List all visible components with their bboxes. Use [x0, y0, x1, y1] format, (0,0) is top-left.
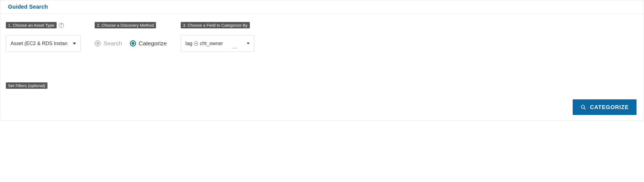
- svg-line-1: [584, 108, 585, 109]
- panel-body: 1. Choose an Asset Type ? Asset (EC2 & R…: [0, 14, 644, 120]
- step1-label: 1. Choose an Asset Type: [6, 22, 57, 28]
- panel-header: Guided Search: [0, 0, 644, 14]
- step3-label-row: 3. Choose a Field to Categorize By: [181, 22, 254, 28]
- radio-search-label: Search: [104, 40, 122, 47]
- step-categorize-field: 3. Choose a Field to Categorize By tag +…: [181, 22, 254, 52]
- field-value-wrapper: tag + cht_owner: [185, 41, 223, 46]
- radio-categorize-label: Categorize: [139, 40, 167, 47]
- step2-label: 2. Choose a Discovery Method: [95, 22, 156, 28]
- categorize-field-select[interactable]: tag + cht_owner …: [181, 35, 254, 52]
- radio-icon-selected: [130, 40, 136, 46]
- ellipsis-icon: …: [232, 44, 238, 51]
- categorize-button-label: CATEGORIZE: [590, 104, 629, 110]
- discovery-radio-group: Search Categorize: [95, 35, 167, 52]
- field-prefix: tag: [185, 41, 192, 46]
- filters-label: Set Filters (optional): [6, 82, 47, 89]
- step1-label-row: 1. Choose an Asset Type ?: [6, 22, 81, 28]
- plus-circle-icon: +: [194, 41, 198, 46]
- search-icon: [580, 104, 586, 110]
- asset-type-select[interactable]: Asset (EC2 & RDS Instan: [6, 35, 81, 52]
- radio-search[interactable]: Search: [95, 40, 122, 47]
- step-asset-type: 1. Choose an Asset Type ? Asset (EC2 & R…: [6, 22, 81, 52]
- guided-search-panel: Guided Search 1. Choose an Asset Type ? …: [0, 0, 644, 121]
- steps-row: 1. Choose an Asset Type ? Asset (EC2 & R…: [6, 22, 638, 52]
- step-discovery-method: 2. Choose a Discovery Method Search Cate…: [95, 22, 167, 52]
- chevron-down-icon: [247, 43, 250, 44]
- action-row: CATEGORIZE: [6, 99, 638, 115]
- step3-label: 3. Choose a Field to Categorize By: [181, 22, 250, 28]
- step2-label-row: 2. Choose a Discovery Method: [95, 22, 167, 28]
- filters-section: Set Filters (optional): [6, 82, 638, 89]
- field-name: cht_owner: [200, 41, 223, 46]
- radio-icon-unselected: [95, 40, 101, 46]
- categorize-button[interactable]: CATEGORIZE: [573, 99, 637, 115]
- chevron-down-icon: [73, 43, 76, 45]
- asset-type-value: Asset (EC2 & RDS Instan: [11, 41, 67, 46]
- radio-categorize[interactable]: Categorize: [130, 40, 167, 47]
- panel-title: Guided Search: [8, 4, 48, 10]
- help-icon[interactable]: ?: [59, 23, 64, 28]
